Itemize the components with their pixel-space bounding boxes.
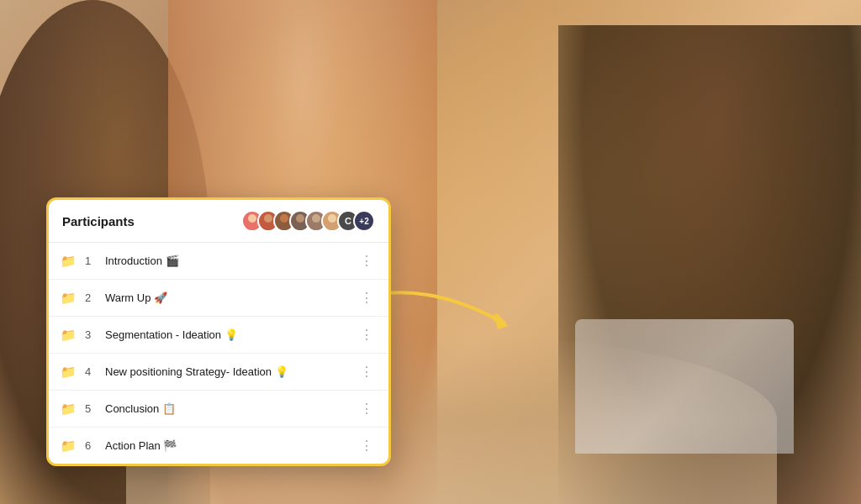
item-number: 3 (85, 328, 97, 341)
item-label: Warm Up 🚀 (105, 291, 348, 304)
more-button[interactable]: ⋮ (357, 325, 377, 344)
svg-point-5 (280, 214, 288, 223)
folder-icon: 📁 (61, 291, 77, 306)
svg-point-6 (277, 224, 291, 230)
svg-point-9 (312, 214, 320, 223)
list-item: 📁 5 Conclusion 📋 ⋮ (49, 391, 388, 428)
folder-icon: 📁 (61, 402, 77, 417)
more-button[interactable]: ⋮ (357, 288, 377, 307)
item-label: New positioning Strategy- Ideation 💡 (105, 365, 348, 378)
folder-icon: 📁 (61, 365, 77, 380)
svg-point-3 (264, 214, 272, 223)
item-number: 6 (85, 439, 97, 452)
svg-point-7 (296, 214, 304, 223)
svg-point-2 (246, 224, 259, 230)
avatar-count: +2 (353, 210, 375, 232)
folder-icon: 📁 (61, 254, 77, 269)
svg-point-1 (248, 214, 256, 223)
list-item: 📁 1 Introduction 🎬 ⋮ (49, 243, 388, 280)
svg-point-12 (325, 224, 339, 230)
item-label: Introduction 🎬 (105, 255, 348, 267)
item-number: 5 (85, 402, 97, 415)
participants-label: Participants (62, 214, 135, 228)
participants-card: Participants (46, 197, 391, 466)
item-label: Action Plan 🏁 (105, 439, 348, 452)
svg-point-10 (309, 224, 323, 230)
item-label: Conclusion 📋 (105, 402, 348, 415)
more-button[interactable]: ⋮ (357, 362, 377, 381)
list-item: 📁 2 Warm Up 🚀 ⋮ (49, 280, 388, 317)
item-number: 1 (85, 255, 97, 267)
more-button[interactable]: ⋮ (357, 436, 377, 455)
card-header: Participants (49, 200, 388, 243)
list-item: 📁 6 Action Plan 🏁 ⋮ (49, 428, 388, 464)
more-button[interactable]: ⋮ (357, 399, 377, 418)
more-button[interactable]: ⋮ (357, 251, 377, 270)
list-item: 📁 3 Segmentation - Ideation 💡 ⋮ (49, 317, 388, 354)
avatars-group: C +2 (241, 210, 375, 232)
svg-point-11 (328, 214, 336, 223)
item-number: 2 (85, 291, 97, 304)
folder-icon: 📁 (61, 328, 77, 343)
list-item: 📁 4 New positioning Strategy- Ideation 💡… (49, 354, 388, 391)
svg-point-4 (261, 224, 275, 230)
folder-icon: 📁 (61, 438, 77, 454)
item-label: Segmentation - Ideation 💡 (105, 328, 348, 341)
item-number: 4 (85, 365, 97, 378)
svg-point-8 (293, 224, 307, 230)
